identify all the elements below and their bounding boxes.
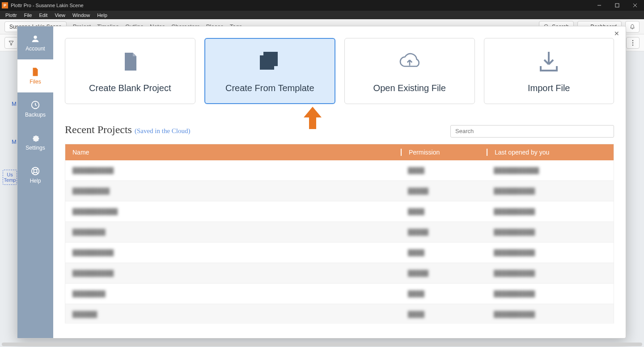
table-row[interactable]: ██████████ ████ ██████████ <box>65 242 614 263</box>
gear-icon <box>30 133 40 143</box>
window-minimize-button[interactable] <box>590 0 608 11</box>
sidebar-item-label: Backups <box>25 112 46 118</box>
clock-icon <box>30 100 40 110</box>
table-row[interactable]: ████████ ████ ██████████ <box>65 284 614 304</box>
recent-search-input[interactable] <box>450 125 614 138</box>
file-icon <box>30 67 40 77</box>
sidebar-item-label: Settings <box>25 145 45 151</box>
card-label: Open Existing File <box>373 83 446 93</box>
svg-point-13 <box>34 169 37 172</box>
template-icon <box>257 49 282 74</box>
dialog-main: Create Blank Project Create From Templat… <box>53 26 626 338</box>
files-dialog-wrap: ✕ Account Files Backups Settings Help <box>0 26 644 347</box>
card-label: Create Blank Project <box>89 83 171 93</box>
recent-projects-table: Name Permission Last opened by you █████… <box>65 144 614 323</box>
card-import-file[interactable]: Import File <box>484 38 614 104</box>
recent-subtitle: (Saved in the Cloud) <box>135 127 191 135</box>
app-menubar: Plottr File Edit View Window Help <box>0 11 644 19</box>
card-label: Import File <box>528 83 570 93</box>
sidebar-item-files[interactable]: Files <box>17 59 53 92</box>
files-dialog: ✕ Account Files Backups Settings Help <box>17 26 626 339</box>
sidebar-item-label: Account <box>25 46 45 52</box>
dialog-sidebar: Account Files Backups Settings Help <box>17 26 53 338</box>
sidebar-item-account[interactable]: Account <box>17 26 53 59</box>
svg-rect-15 <box>260 55 274 70</box>
window-title: Plottr Pro - Susanne Lakin Scene <box>11 3 84 8</box>
import-icon <box>536 49 561 74</box>
table-row[interactable]: █████████ █████ ██████████ <box>65 181 614 201</box>
col-last-opened[interactable]: Last opened by you <box>487 149 614 156</box>
app-logo-icon: P <box>2 2 8 8</box>
svg-point-10 <box>34 36 37 39</box>
tutorial-arrow-icon <box>304 107 322 131</box>
menu-view[interactable]: View <box>51 13 69 18</box>
card-label: Create From Template <box>225 83 314 93</box>
table-body[interactable]: ██████████ ████ ███████████ █████████ ██… <box>65 160 614 324</box>
table-row[interactable]: ██████ ████ ██████████ <box>65 304 614 324</box>
table-row[interactable]: ██████████ █████ ██████████ <box>65 263 614 284</box>
menu-help[interactable]: Help <box>93 13 111 18</box>
sidebar-item-backups[interactable]: Backups <box>17 92 53 125</box>
card-create-template[interactable]: Create From Template <box>204 38 336 104</box>
menu-edit[interactable]: Edit <box>35 13 51 18</box>
recent-projects-header: Recent Projects (Saved in the Cloud) <box>65 124 614 138</box>
card-open-existing[interactable]: Open Existing File <box>344 38 475 104</box>
horizontal-scrollbar[interactable] <box>2 343 642 346</box>
table-row[interactable]: ███████████ ████ ██████████ <box>65 201 614 222</box>
menu-file[interactable]: File <box>21 13 36 18</box>
lifebuoy-icon <box>30 166 40 176</box>
user-icon <box>30 34 40 44</box>
action-cards: Create Blank Project Create From Templat… <box>65 38 614 104</box>
cloud-upload-icon <box>397 49 422 74</box>
window-close-button[interactable] <box>626 0 644 11</box>
document-icon <box>118 49 143 74</box>
table-row[interactable]: ██████████ ████ ███████████ <box>65 160 614 181</box>
menu-plottr[interactable]: Plottr <box>2 13 21 18</box>
sidebar-item-label: Files <box>30 79 41 85</box>
sidebar-item-settings[interactable]: Settings <box>17 125 53 159</box>
table-row[interactable]: ████████ █████ ██████████ <box>65 222 614 242</box>
recent-title: Recent Projects <box>65 124 132 136</box>
sidebar-item-help[interactable]: Help <box>17 159 53 192</box>
menu-window[interactable]: Window <box>69 13 93 18</box>
table-header: Name Permission Last opened by you <box>65 144 614 160</box>
sidebar-item-label: Help <box>30 178 41 184</box>
window-titlebar: P Plottr Pro - Susanne Lakin Scene <box>0 0 644 11</box>
svg-rect-1 <box>615 4 619 7</box>
window-maximize-button[interactable] <box>608 0 626 11</box>
col-name[interactable]: Name <box>65 149 401 156</box>
col-permission[interactable]: Permission <box>401 149 487 156</box>
card-create-blank[interactable]: Create Blank Project <box>65 38 195 104</box>
